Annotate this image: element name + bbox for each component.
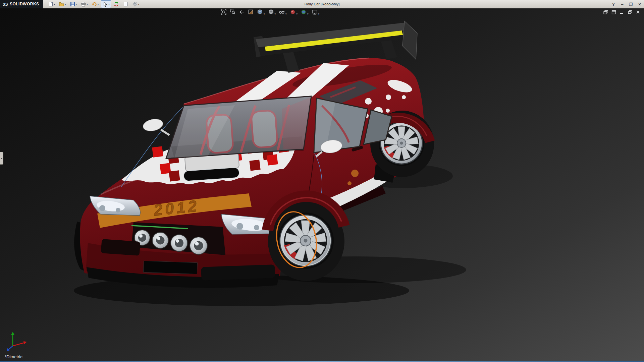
window-title: Rally Car [Read-only] <box>305 0 340 8</box>
dropdown-caret[interactable]: ▾ <box>76 3 77 5</box>
section-view-button[interactable] <box>248 9 254 15</box>
document-window-controls <box>603 10 641 14</box>
view-orientation-button[interactable]: ▾ <box>257 9 265 15</box>
brand-mark: 3S <box>3 2 8 7</box>
close-button[interactable]: ✕ <box>637 2 642 7</box>
save-icon <box>70 1 75 7</box>
dropdown-caret[interactable]: ▾ <box>307 13 309 15</box>
heads-up-view-toolbar: ▾ ▾ ▾ ▾ <box>221 9 319 15</box>
new-document-button[interactable]: ▾ <box>47 0 57 8</box>
dropdown-caret[interactable]: ▾ <box>285 13 287 15</box>
solidworks-window: 3S SOLIDWORKS ▾ ▾ ▾ <box>0 0 644 362</box>
edit-appearance-sphere-icon <box>290 9 296 15</box>
zoom-to-fit-button[interactable] <box>221 9 227 15</box>
new-document-icon <box>48 1 54 7</box>
select-cursor-icon <box>102 1 108 7</box>
zoom-to-area-button[interactable] <box>230 9 236 15</box>
dropdown-caret[interactable]: ▾ <box>318 13 320 15</box>
document-close-button[interactable] <box>635 10 641 14</box>
dropdown-caret[interactable]: ▾ <box>98 3 99 5</box>
print-icon <box>80 1 86 7</box>
zoom-to-area-icon <box>230 9 236 15</box>
graphics-area[interactable]: ▾ ▾ ▾ ▾ <box>0 8 644 362</box>
options-gear-icon <box>132 1 138 7</box>
display-style-button[interactable]: ▾ <box>268 9 276 15</box>
rally-car-model[interactable]: 2012 <box>74 21 434 288</box>
rebuild-icon <box>113 1 119 7</box>
windshield[interactable] <box>166 96 311 159</box>
cascade-windows-icon <box>603 10 608 14</box>
document-restore-icon <box>628 10 632 14</box>
license-plate <box>143 261 197 274</box>
edit-appearance-button[interactable]: ▾ <box>290 9 298 15</box>
dropdown-caret[interactable]: ▾ <box>54 3 55 5</box>
dropdown-caret[interactable]: ▾ <box>275 13 276 15</box>
main-toolbar: ▾ ▾ ▾ ▾ <box>47 0 141 8</box>
options-button[interactable]: ▾ <box>131 0 141 8</box>
dropdown-caret[interactable]: ▾ <box>297 13 298 15</box>
minimize-button[interactable]: – <box>620 2 625 7</box>
file-properties-icon <box>123 1 128 7</box>
file-properties-button[interactable] <box>121 0 130 8</box>
dropdown-caret[interactable]: ▾ <box>108 3 110 5</box>
hide-show-items-icon <box>279 9 285 15</box>
title-bar: 3S SOLIDWORKS ▾ ▾ ▾ <box>0 0 644 8</box>
maximize-button[interactable]: ❐ <box>629 2 633 7</box>
view-orientation-cube-icon <box>257 9 263 15</box>
window-controls: ? – ❐ ✕ <box>611 0 642 8</box>
save-button[interactable]: ▾ <box>68 0 78 8</box>
undo-icon <box>92 1 97 7</box>
display-style-icon <box>268 9 274 15</box>
undo-button[interactable]: ▾ <box>90 0 100 8</box>
print-button[interactable]: ▾ <box>79 0 89 8</box>
collapse-arrow-icon: ◄ <box>0 157 3 160</box>
dropdown-caret[interactable]: ▾ <box>65 3 66 5</box>
view-settings-button[interactable]: ▾ <box>312 9 320 15</box>
new-window-button[interactable] <box>611 10 616 14</box>
open-button[interactable]: ▾ <box>57 0 67 8</box>
app-logo: 3S SOLIDWORKS <box>0 0 43 8</box>
rebuild-button[interactable] <box>112 0 120 8</box>
feature-manager-collapse-tab[interactable]: ◄ <box>0 152 3 165</box>
dropdown-caret[interactable]: ▾ <box>138 3 140 5</box>
section-view-icon <box>248 9 254 15</box>
cascade-windows-button[interactable] <box>603 10 608 14</box>
dropdown-caret[interactable]: ▾ <box>87 3 88 5</box>
orientation-triad <box>5 329 30 353</box>
view-orientation-label: *Dimetric <box>5 354 22 359</box>
apply-scene-button[interactable]: ▾ <box>301 9 309 15</box>
select-button[interactable]: ▾ <box>101 0 111 8</box>
hide-show-items-button[interactable]: ▾ <box>279 9 287 15</box>
apply-scene-globe-icon <box>301 9 307 15</box>
help-button[interactable]: ? <box>611 2 616 7</box>
document-minimize-icon <box>620 10 624 14</box>
brand-name: SOLIDWORKS <box>10 2 39 6</box>
new-window-icon <box>611 10 616 14</box>
model-canvas[interactable]: 2012 <box>0 8 644 362</box>
open-folder-icon <box>59 1 64 7</box>
document-minimize-button[interactable] <box>619 10 625 14</box>
zoom-to-fit-icon <box>221 9 227 15</box>
previous-view-button[interactable] <box>239 9 245 15</box>
document-close-icon <box>636 10 640 14</box>
document-restore-button[interactable] <box>627 10 633 14</box>
view-settings-icon <box>312 9 318 15</box>
dropdown-caret[interactable]: ▾ <box>264 13 265 15</box>
previous-view-icon <box>239 9 245 15</box>
